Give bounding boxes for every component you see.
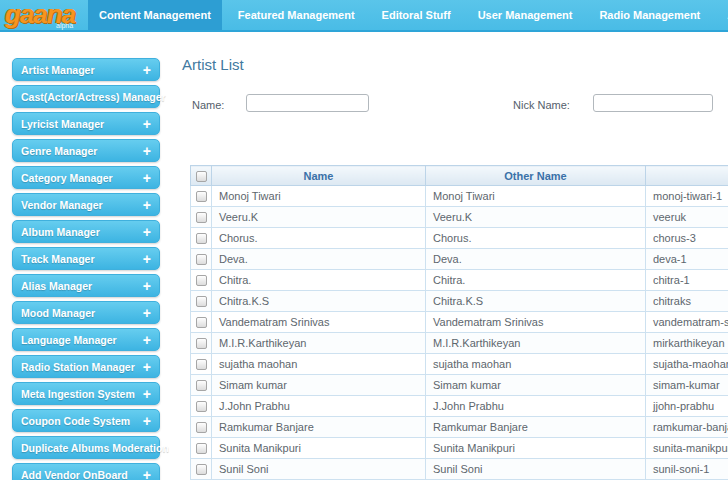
table-row: sujatha maohan sujatha maohan sujatha-ma… <box>191 354 728 375</box>
cell-other-name: Chitra. <box>426 270 646 291</box>
row-checkbox[interactable] <box>196 464 207 475</box>
expand-plus-icon: + <box>143 171 151 185</box>
row-checkbox[interactable] <box>196 338 207 349</box>
row-checkbox[interactable] <box>196 296 207 307</box>
expand-plus-icon: + <box>143 360 151 374</box>
cell-name: J.John Prabhu <box>212 396 426 417</box>
row-checkbox-cell <box>191 270 212 291</box>
cell-name: Vandematram Srinivas <box>212 312 426 333</box>
row-checkbox-cell <box>191 207 212 228</box>
row-checkbox[interactable] <box>196 380 207 391</box>
expand-plus-icon: + <box>143 468 151 480</box>
nav-item-user-management[interactable]: User Management <box>467 0 584 30</box>
sidebar-item-genre-manager[interactable]: Genre Manager + <box>12 139 160 162</box>
cell-slug: mirkarthikeyan <box>646 333 728 354</box>
row-checkbox[interactable] <box>196 212 207 223</box>
expand-plus-icon: + <box>166 90 174 104</box>
cell-name: Ramkumar Banjare <box>212 417 426 438</box>
table-row: Chitra.K.S Chitra.K.S chitraks <box>191 291 728 312</box>
sidebar-item-vendor-manager[interactable]: Vendor Manager + <box>12 193 160 216</box>
row-checkbox-cell <box>191 354 212 375</box>
sidebar-item-label: Alias Manager <box>21 280 92 292</box>
table-row: Veeru.K Veeru.K veeruk <box>191 207 728 228</box>
sidebar-item-meta-ingestion-system[interactable]: Meta Ingestion System + <box>12 382 160 405</box>
nick-name-filter-input[interactable] <box>593 94 713 112</box>
sidebar-item-lyricist-manager[interactable]: Lyricist Manager + <box>12 112 160 135</box>
cell-name: Chitra.K.S <box>212 291 426 312</box>
table-header-row: Name Other Name <box>191 166 728 186</box>
expand-plus-icon: + <box>143 333 151 347</box>
cell-name: Veeru.K <box>212 207 426 228</box>
cell-other-name: Sunita Manikpuri <box>426 438 646 459</box>
row-checkbox[interactable] <box>196 191 207 202</box>
expand-plus-icon: + <box>143 414 151 428</box>
column-header-other-name[interactable]: Other Name <box>426 166 646 186</box>
cell-other-name: Vandematram Srinivas <box>426 312 646 333</box>
sidebar-item-artist-manager[interactable]: Artist Manager + <box>12 58 160 81</box>
row-checkbox[interactable] <box>196 401 207 412</box>
nav-item-content-management[interactable]: Content Management <box>88 0 222 30</box>
row-checkbox-cell <box>191 438 212 459</box>
cell-other-name: Simam kumar <box>426 375 646 396</box>
row-checkbox[interactable] <box>196 233 207 244</box>
row-checkbox[interactable] <box>196 275 207 286</box>
sidebar-item-alias-manager[interactable]: Alias Manager + <box>12 274 160 297</box>
sidebar-item-cast-actor-actress-manager[interactable]: Cast(Actor/Actress) Manager + <box>12 85 160 108</box>
sidebar-item-radio-station-manager[interactable]: Radio Station Manager + <box>12 355 160 378</box>
row-checkbox[interactable] <box>196 317 207 328</box>
nav-item-admin-tools[interactable]: Admin Tools <box>716 0 728 30</box>
cell-other-name: Sunil Soni <box>426 459 646 480</box>
sidebar-item-language-manager[interactable]: Language Manager + <box>12 328 160 351</box>
cell-slug: monoj-tiwari-1 <box>646 186 728 207</box>
row-checkbox-cell <box>191 396 212 417</box>
cell-slug: veeruk <box>646 207 728 228</box>
sidebar-item-album-manager[interactable]: Album Manager + <box>12 220 160 243</box>
sidebar-item-label: Cast(Actor/Actress) Manager <box>21 91 166 103</box>
sidebar-item-add-vendor-onboard[interactable]: Add Vendor OnBoard + <box>12 463 160 480</box>
cell-slug: jjohn-prabhu <box>646 396 728 417</box>
column-header-slug[interactable] <box>646 166 728 186</box>
header-checkbox-cell <box>191 166 212 186</box>
table-row: Simam kumar Simam kumar simam-kumar <box>191 375 728 396</box>
nav-item-radio-management[interactable]: Radio Management <box>588 0 711 30</box>
row-checkbox-cell <box>191 417 212 438</box>
sidebar-item-mood-manager[interactable]: Mood Manager + <box>12 301 160 324</box>
name-filter-input[interactable] <box>246 94 369 112</box>
nav-item-featured-management[interactable]: Featured Management <box>227 0 366 30</box>
name-filter-label: Name: <box>192 99 224 111</box>
cell-slug: ramkumar-banjare <box>646 417 728 438</box>
cell-slug: deva-1 <box>646 249 728 270</box>
nav-item-editoral-stuff[interactable]: Editoral Stuff <box>371 0 462 30</box>
expand-plus-icon: + <box>143 144 151 158</box>
cell-name: Sunil Soni <box>212 459 426 480</box>
sidebar-item-label: Album Manager <box>21 226 100 238</box>
sidebar-item-label: Duplicate Albums Moderation <box>21 442 169 454</box>
sidebar-item-label: Vendor Manager <box>21 199 103 211</box>
sidebar-item-label: Language Manager <box>21 334 117 346</box>
sidebar-item-coupon-code-system[interactable]: Coupon Code System + <box>12 409 160 432</box>
sidebar-item-label: Radio Station Manager <box>21 361 135 373</box>
cell-slug: chitra-1 <box>646 270 728 291</box>
row-checkbox[interactable] <box>196 422 207 433</box>
sidebar-item-category-manager[interactable]: Category Manager + <box>12 166 160 189</box>
sidebar-item-track-manager[interactable]: Track Manager + <box>12 247 160 270</box>
cell-other-name: Monoj Tiwari <box>426 186 646 207</box>
cell-slug: chorus-3 <box>646 228 728 249</box>
sidebar-item-label: Add Vendor OnBoard <box>21 469 128 480</box>
cell-other-name: Ramkumar Banjare <box>426 417 646 438</box>
sidebar-item-label: Mood Manager <box>21 307 95 319</box>
sidebar-item-label: Lyricist Manager <box>21 118 104 130</box>
cell-name: Sunita Manikpuri <box>212 438 426 459</box>
row-checkbox[interactable] <box>196 443 207 454</box>
row-checkbox[interactable] <box>196 359 207 370</box>
cell-slug: sunil-soni-1 <box>646 459 728 480</box>
select-all-checkbox[interactable] <box>196 171 207 182</box>
brand-logo[interactable]: gaana alpha <box>0 0 88 30</box>
row-checkbox[interactable] <box>196 254 207 265</box>
column-header-name[interactable]: Name <box>212 166 426 186</box>
table-row: J.John Prabhu J.John Prabhu jjohn-prabhu <box>191 396 728 417</box>
logo-alpha-label: alpha <box>56 22 73 29</box>
sidebar-item-label: Coupon Code System <box>21 415 130 427</box>
cell-other-name: Chorus. <box>426 228 646 249</box>
sidebar-item-duplicate-albums-moderation[interactable]: Duplicate Albums Moderation + <box>12 436 160 459</box>
